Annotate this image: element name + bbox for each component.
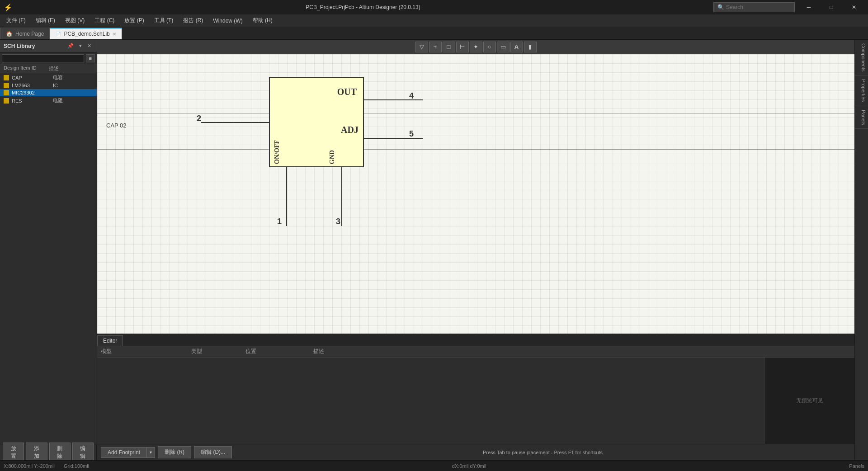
editor-col-desc: 描述 xyxy=(313,348,851,355)
bottom-status-message: Press Tab to pause placement - Press F1 … xyxy=(235,450,851,455)
panel-header: SCH Library 📌 ▾ ✕ xyxy=(0,40,97,52)
close-button[interactable]: ✕ xyxy=(844,0,864,14)
pin1-number: 1 xyxy=(277,217,282,226)
delete-button[interactable]: 删除 xyxy=(49,443,71,462)
tab-homepage-icon: 🏠 xyxy=(6,31,13,37)
add-footprint-group: Add Footprint ▾ xyxy=(101,447,155,458)
editor-panel: Editor 模型 类型 位置 描述 无预览可见 Add Footprint ▾ xyxy=(97,334,854,460)
global-search-box[interactable]: 🔍 xyxy=(713,2,795,12)
menu-help[interactable]: 帮助 (H) xyxy=(248,15,277,26)
schematic-canvas[interactable]: 2 4 5 1 3 OUT xyxy=(97,54,854,334)
window-title: PCB_Project.PrjPcb - Altium Designer (20… xyxy=(13,4,713,10)
label-gnd: GND xyxy=(329,150,336,164)
lib-item-lm2663[interactable]: LM2663 IC xyxy=(0,82,97,89)
pin5-number: 5 xyxy=(409,129,414,139)
col-header-id: Design Item ID xyxy=(4,65,49,72)
pin5-right-line xyxy=(364,138,423,139)
editor-col-model: 模型 xyxy=(101,348,191,355)
tab-schlib-icon: 📄 xyxy=(56,32,61,37)
delete-model-button[interactable]: 删除 (R) xyxy=(158,446,191,458)
status-delta: dX:0mil dY:0mil xyxy=(452,463,486,469)
pin3-down-line xyxy=(341,167,342,226)
app-icon: ⚡ xyxy=(4,3,13,12)
add-button[interactable]: 添加 xyxy=(26,443,47,462)
panel-search-input[interactable] xyxy=(2,54,84,62)
add-footprint-arrow-button[interactable]: ▾ xyxy=(147,447,155,458)
col-header-desc: 描述 xyxy=(49,65,93,72)
toolbar-text-btn[interactable]: A xyxy=(510,42,523,52)
menu-tools[interactable]: 工具 (T) xyxy=(150,15,178,26)
lib-item-cap[interactable]: CAP 电容 xyxy=(0,73,97,82)
editor-table-header: 模型 类型 位置 描述 xyxy=(97,346,854,358)
toolbar-filter-btn[interactable]: ▽ xyxy=(415,42,428,52)
status-bar: X:800.000mil Y:-200mil Grid:100mil dX:0m… xyxy=(0,460,868,471)
menu-place[interactable]: 放置 (P) xyxy=(120,15,148,26)
add-footprint-button[interactable]: Add Footprint xyxy=(101,447,147,458)
side-panel-panels[interactable]: Panels xyxy=(855,106,868,129)
edit-button[interactable]: 编辑 xyxy=(72,443,94,462)
label-onoff: ON/OFF xyxy=(274,140,281,164)
pin3-number: 3 xyxy=(336,217,340,226)
editor-tab-bar: Editor xyxy=(97,334,854,346)
right-panels: Components Properties Panels xyxy=(854,40,868,460)
menu-project[interactable]: 工程 (C) xyxy=(90,15,119,26)
place-button[interactable]: 放置 xyxy=(3,443,24,462)
lib-item-cap-id: CAP xyxy=(12,75,50,80)
side-panel-properties[interactable]: Properties xyxy=(855,75,868,106)
menu-view[interactable]: 视图 (V) xyxy=(61,15,89,26)
minimize-button[interactable]: ─ xyxy=(798,0,819,14)
cap02-note: CAP 02 xyxy=(106,122,127,129)
tab-schlib-close[interactable]: ✕ xyxy=(113,32,116,37)
lib-item-res[interactable]: RES 电阻 xyxy=(0,96,97,105)
panel-close-btn[interactable]: ✕ xyxy=(85,42,93,49)
toolbar-fill-btn[interactable]: ▮ xyxy=(524,42,537,52)
menu-file[interactable]: 文件 (F) xyxy=(2,15,30,26)
toolbar-rect2-btn[interactable]: ▭ xyxy=(497,42,509,52)
toolbar-pin-btn[interactable]: ⊢ xyxy=(456,42,469,52)
tab-homepage-label: Home Page xyxy=(15,31,44,37)
title-bar: ⚡ PCB_Project.PrjPcb - Altium Designer (… xyxy=(0,0,868,14)
panel-pin-btn[interactable]: 📌 xyxy=(66,42,75,49)
component-symbol: 2 4 5 1 3 OUT xyxy=(269,77,364,167)
lib-item-res-icon xyxy=(4,98,9,104)
no-preview-text: 无预览可见 xyxy=(796,397,823,405)
tab-schlib[interactable]: 📄 PCB_demo.SchLib ✕ xyxy=(50,28,122,39)
global-search-input[interactable] xyxy=(726,4,789,10)
tab-schlib-label: PCB_demo.SchLib xyxy=(64,31,109,37)
lib-table-header: Design Item ID 描述 xyxy=(0,64,97,73)
label-adj: ADJ xyxy=(341,125,359,135)
lib-item-lm2663-desc: IC xyxy=(53,83,93,88)
menu-bar: 文件 (F) 编辑 (E) 视图 (V) 工程 (C) 放置 (P) 工具 (T… xyxy=(0,14,868,27)
menu-window[interactable]: Window (W) xyxy=(208,16,247,25)
editor-main xyxy=(97,358,764,444)
menu-edit[interactable]: 编辑 (E) xyxy=(31,15,60,26)
editor-tab[interactable]: Editor xyxy=(97,335,123,346)
toolbar-circle-btn[interactable]: ○ xyxy=(483,42,496,52)
menu-report[interactable]: 报告 (R) xyxy=(179,15,208,26)
edit-model-button[interactable]: 编辑 (D)... xyxy=(194,446,232,458)
panel-title: SCH Library xyxy=(4,43,35,49)
canvas-area: ▽ + □ ⊢ ✦ ○ ▭ A ▮ 2 4 xyxy=(97,40,854,460)
maximize-button[interactable]: □ xyxy=(821,0,842,14)
status-panels[interactable]: Panels xyxy=(849,463,864,469)
side-panel-components[interactable]: Components xyxy=(855,40,868,75)
panel-menu-btn[interactable]: ▾ xyxy=(77,42,84,49)
editor-col-pos: 位置 xyxy=(245,348,313,355)
label-out: OUT xyxy=(337,87,357,97)
left-panel: SCH Library 📌 ▾ ✕ ≡ Design Item ID 描述 CA… xyxy=(0,40,97,460)
toolbar-add-btn[interactable]: + xyxy=(429,42,442,52)
toolbar-rect-btn[interactable]: □ xyxy=(443,42,455,52)
pin2-number: 2 xyxy=(197,114,201,123)
lib-item-cap-icon xyxy=(4,75,9,80)
lib-item-res-id: RES xyxy=(12,98,50,104)
status-coords: X:800.000mil Y:-200mil xyxy=(4,463,55,469)
toolbar-star-btn[interactable]: ✦ xyxy=(470,42,482,52)
lib-item-res-desc: 电阻 xyxy=(53,97,93,104)
canvas-toolbar: ▽ + □ ⊢ ✦ ○ ▭ A ▮ xyxy=(97,40,854,54)
tab-homepage[interactable]: 🏠 Home Page xyxy=(0,28,50,39)
panel-search-menu-btn[interactable]: ≡ xyxy=(86,54,95,62)
lib-item-mic29302[interactable]: MIC29302 xyxy=(0,89,97,96)
pin4-number: 4 xyxy=(409,91,414,101)
editor-content: 无预览可见 xyxy=(97,358,854,444)
left-panel-buttons: 放置 添加 删除 编辑 xyxy=(0,444,97,460)
